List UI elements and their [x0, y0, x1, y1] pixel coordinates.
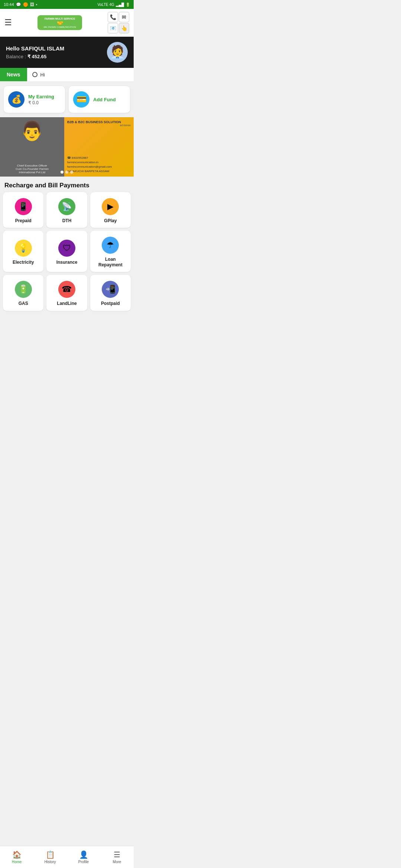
dot-3	[70, 171, 73, 174]
banner-slider: 👨 Chief Executive Officer Cum Co-Founder…	[0, 117, 134, 177]
banner-dots	[61, 171, 73, 174]
phone-icon[interactable]: 📞	[108, 12, 118, 22]
avatar-icon: 🧑‍💼	[109, 45, 126, 60]
landline-icon: ☎	[58, 281, 75, 298]
electricity-icon: 💡	[15, 240, 32, 257]
service-card-postpaid[interactable]: 📲Postpaid	[90, 275, 131, 310]
banner-title: B2B & B2C BUSINESS SOLUTION	[67, 120, 131, 124]
banner-images: 👨 Chief Executive Officer Cum Co-Founder…	[0, 117, 134, 177]
earning-value: ₹ 0.0	[28, 100, 54, 105]
postpaid-icon: 📲	[102, 281, 119, 298]
gplay-label: GPlay	[104, 218, 117, 223]
status-time: 10:44	[4, 2, 14, 7]
header-action-icons: 📞 ✉ 📧 👆	[108, 12, 129, 33]
prepaid-label: Prepaid	[15, 218, 32, 223]
banner-location: KAYAKUCHI BARPETA ASSAM	[67, 169, 131, 174]
person-caption1: Chief Executive Officer	[16, 164, 49, 167]
earning-icon: 💰	[8, 91, 25, 108]
fund-icon: 💳	[73, 91, 89, 108]
service-card-electricity[interactable]: 💡Electricity	[3, 231, 43, 272]
earning-label: My Earning	[28, 94, 54, 99]
electricity-label: Electricity	[13, 260, 34, 265]
gas-icon: 🔋	[15, 281, 32, 298]
service-card-loan[interactable]: ☂Loan Repayment	[90, 231, 131, 272]
news-content: Hi	[27, 68, 50, 81]
gas-label: GAS	[19, 301, 28, 306]
welcome-text: Hello SAFIQUL ISLAM Balance : ₹ 452.65	[6, 45, 64, 59]
app-logo: FARMIN MULTI SERVICE 🤝 WE FARMIN COMMUNI…	[38, 15, 82, 30]
service-card-gplay[interactable]: ▶GPlay	[90, 192, 131, 228]
header: ☰ FARMIN MULTI SERVICE 🤝 WE FARMIN COMMU…	[0, 9, 134, 37]
banner-info: ☎ 8402952887 farmincommunication.in farm…	[67, 156, 131, 174]
hamburger-menu[interactable]: ☰	[4, 18, 12, 27]
prepaid-icon: 📱	[15, 198, 32, 215]
signal-bars: ▂▄█	[116, 3, 124, 7]
emoji-icon: 🟠	[23, 2, 28, 7]
loan-icon: ☂	[102, 237, 119, 254]
avatar: 🧑‍💼	[107, 42, 128, 63]
greeting-text: Hello SAFIQUL ISLAM	[6, 45, 64, 52]
welcome-banner: Hello SAFIQUL ISLAM Balance : ₹ 452.65 🧑…	[0, 37, 134, 68]
news-tag: News	[0, 68, 27, 81]
dth-label: DTH	[62, 218, 72, 223]
section-title: Recharge and Bill Payments	[0, 177, 134, 192]
loan-label: Loan Repayment	[93, 257, 128, 267]
banner-website: farmincommunication.in	[67, 160, 131, 165]
banner-email: farmincommunication@gmail.com	[67, 165, 131, 169]
dot-2	[65, 171, 68, 174]
balance-label: Balance :	[6, 54, 26, 59]
network-text: VoLTE 4G	[97, 3, 114, 7]
insurance-label: Insurance	[56, 260, 78, 265]
balance-row: Balance : ₹ 452.65	[6, 54, 64, 59]
balance-currency: ₹	[27, 54, 30, 59]
email-icon[interactable]: ✉	[119, 12, 129, 22]
gplay-icon: ▶	[102, 198, 119, 215]
add-fund-card[interactable]: 💳 Add Fund	[69, 86, 130, 113]
earning-info: My Earning ₹ 0.0	[28, 94, 54, 105]
fund-label: Add Fund	[93, 97, 116, 102]
service-card-insurance[interactable]: 🛡Insurance	[46, 231, 87, 272]
service-card-landline[interactable]: ☎LandLine	[46, 275, 87, 310]
person-caption3: International Pvt Ltd	[16, 171, 49, 174]
status-left: 10:44 💬 🟠 🖼 •	[4, 2, 37, 7]
gallery-icon: 🖼	[30, 2, 34, 7]
service-card-gas[interactable]: 🔋GAS	[3, 275, 43, 310]
pointer-icon[interactable]: 👆	[119, 23, 129, 33]
message-icon[interactable]: 📧	[108, 23, 118, 33]
logo-line2: WE FARMIN COMMUNICATION	[43, 26, 76, 28]
logo-line1: FARMIN MULTI SERVICE	[43, 17, 76, 20]
person-caption2: Cum Co-Founder Farmin	[16, 167, 49, 171]
status-right: VoLTE 4G ▂▄█ 🔋	[97, 3, 130, 7]
my-earning-card[interactable]: 💰 My Earning ₹ 0.0	[4, 86, 65, 113]
balance-amount: 452.65	[32, 54, 46, 59]
fund-info: Add Fund	[93, 97, 116, 102]
service-card-prepaid[interactable]: 📱Prepaid	[3, 192, 43, 228]
banner-right-panel: B2B & B2C BUSINESS SOLUTION ad banao ☎ 8…	[64, 117, 134, 177]
dot-icon: •	[36, 2, 38, 7]
whatsapp-icon: 💬	[16, 2, 21, 7]
landline-label: LandLine	[57, 301, 76, 306]
postpaid-label: Postpaid	[101, 301, 120, 306]
news-text: Hi	[40, 72, 45, 78]
news-dot-icon	[32, 72, 38, 77]
cards-row: 💰 My Earning ₹ 0.0 💳 Add Fund	[0, 82, 134, 117]
dth-icon: 📡	[58, 198, 75, 215]
services-grid: 📱Prepaid📡DTH▶GPlay💡Electricity🛡Insurance…	[0, 192, 134, 314]
service-card-dth[interactable]: 📡DTH	[46, 192, 87, 228]
dot-1	[61, 171, 63, 174]
insurance-icon: 🛡	[58, 240, 75, 257]
news-bar: News Hi	[0, 68, 134, 82]
banner-subtitle: ad banao	[67, 124, 131, 126]
status-bar: 10:44 💬 🟠 🖼 • VoLTE 4G ▂▄█ 🔋	[0, 0, 134, 9]
banner-left-panel: 👨 Chief Executive Officer Cum Co-Founder…	[0, 117, 64, 177]
battery-icon: 🔋	[125, 3, 130, 7]
banner-phone: ☎ 8402952887	[67, 156, 131, 160]
